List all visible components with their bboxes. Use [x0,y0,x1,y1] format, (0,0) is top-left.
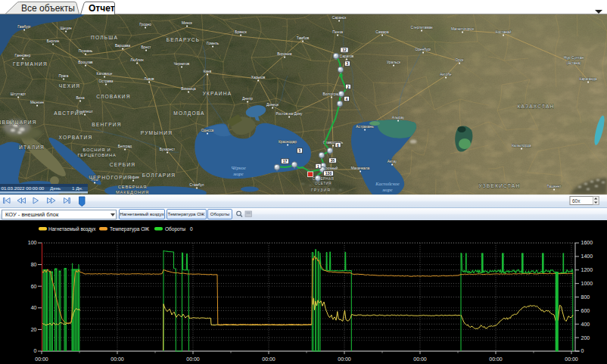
svg-text:Обороты: Обороты [165,226,185,232]
svg-text:Температура ОЖ: Температура ОЖ [110,226,149,232]
svg-text:День: День [50,185,61,191]
svg-text:Самара: Самара [375,30,389,34]
svg-text:БОСНИЯ И: БОСНИЯ И [82,148,111,152]
svg-text:Вроцлав: Вроцлав [78,61,93,64]
svg-text:ШВЕЙЦАРИЯ: ШВЕЙЦАРИЯ [0,119,37,126]
svg-text:АВСТРИЯ: АВСТРИЯ [54,110,83,116]
svg-text:3: 3 [347,61,349,66]
svg-text:РУМЫНИЯ: РУМЫНИЯ [141,130,173,135]
svg-text:Саратов: Саратов [340,54,354,58]
svg-text:Берлин: Берлин [47,39,60,43]
svg-text:4: 4 [346,97,348,101]
svg-text:1: 1 [317,164,319,169]
svg-text:Чёрное: Чёрное [231,165,246,170]
svg-text:Брянск: Брянск [235,30,247,34]
svg-text:40: 40 [31,305,37,310]
svg-text:1200: 1200 [581,267,593,272]
svg-text:ГРУЗИЯ: ГРУЗИЯ [311,188,331,192]
svg-text:Ташкент: Ташкент [547,185,562,188]
svg-text:00:00: 00:00 [413,356,427,362]
svg-text:Вена: Вена [76,96,85,100]
svg-text:Прага: Прага [58,74,68,78]
svg-text:СЕРБИЯ: СЕРБИЯ [110,162,136,167]
svg-text:ПОЛЬША: ПОЛЬША [91,35,118,40]
svg-text:ГЕРЦЕГОВИНА: ГЕРЦЕГОВИНА [77,153,116,157]
svg-text:00:00: 00:00 [262,356,275,362]
svg-text:6: 6 [337,143,339,148]
svg-text:Каспийское: Каспийское [375,181,400,186]
svg-text:Орск: Орск [456,58,465,62]
svg-text:Острава: Острава [99,79,114,83]
svg-text:Ростов-на-Дону: Ростов-на-Дону [276,112,304,116]
svg-text:00:00: 00:00 [186,356,200,362]
svg-text:Киев: Киев [204,70,212,73]
svg-text:0: 0 [34,348,37,353]
svg-text:60: 60 [31,284,37,289]
svg-text:Познань: Познань [79,49,93,53]
svg-text:море: море [381,187,392,192]
svg-text:Кызылорда: Кызылорда [512,144,531,148]
svg-text:1400: 1400 [581,254,593,259]
svg-text:1000: 1000 [581,281,593,286]
svg-text:00:00: 00:00 [111,356,124,362]
svg-text:ЧЕРНОГОРИЯ: ЧЕРНОГОРИЯ [89,175,132,180]
svg-text:Волгоград: Волгоград [323,92,341,96]
svg-text:00:00: 00:00 [489,356,503,362]
svg-text:Стамбул: Стамбул [189,183,204,187]
svg-text:400: 400 [581,322,590,327]
svg-text:Актобе: Актобе [440,73,452,76]
svg-text:Винница: Винница [181,87,196,91]
svg-text:1600: 1600 [581,240,593,245]
svg-text:01.03.2022 00:00:00: 01.03.2022 00:00:00 [2,185,45,191]
svg-text:Катовице: Катовице [97,72,113,76]
svg-text:Мюнхен: Мюнхен [30,101,44,104]
svg-text:800: 800 [581,294,590,300]
svg-text:Бухарест: Бухарест [160,148,176,151]
svg-text:УЗБЕКИСТАН: УЗБЕКИСТАН [479,183,521,188]
svg-text:00:00: 00:00 [565,356,578,362]
svg-text:Атырау: Атырау [392,116,405,120]
svg-text:12: 12 [342,48,347,52]
svg-text:Нур-Султан: Нур-Султан [564,56,584,60]
svg-text:Уральск: Уральск [387,61,401,64]
svg-text:КАЗАХСТАН: КАЗАХСТАН [517,104,554,109]
svg-text:Ганновер: Ганновер [15,54,31,58]
svg-text:35: 35 [331,158,335,163]
svg-text:Астрахань: Астрахань [356,125,374,129]
svg-text:Воронеж: Воронеж [277,52,292,56]
svg-text:Белград: Белград [118,145,132,148]
svg-text:1 Дн.: 1 Дн. [72,185,83,191]
svg-text:Харьков: Харьков [251,76,266,79]
svg-text:Стерлитамак: Стерлитамак [410,26,433,30]
svg-text:Нагнетаемый воздух: Нагнетаемый воздух [48,226,96,232]
svg-text:СЕВЕРНАЯ: СЕВЕРНАЯ [118,185,147,189]
svg-text:Оренбург: Оренбург [415,48,431,51]
svg-text:БЕЛАРУСЬ: БЕЛАРУСЬ [167,37,201,42]
svg-text:Днепр: Днепр [242,97,253,101]
svg-text:СЛОВАКИЯ: СЛОВАКИЯ [96,94,131,99]
svg-text:0: 0 [190,226,193,232]
svg-text:Магнитогорск: Магнитогорск [451,27,475,31]
svg-text:60x: 60x [572,198,581,204]
svg-text:море: море [232,171,243,176]
svg-text:Донецк: Донецк [266,103,279,107]
svg-text:ЧЕХИЯ: ЧЕХИЯ [59,83,81,89]
svg-text:Отчет: Отчет [89,3,115,14]
svg-text:Гамбург: Гамбург [17,25,31,29]
svg-text:0: 0 [581,348,584,353]
svg-text:Костанай: Костанай [496,30,512,34]
svg-text:200: 200 [581,335,590,341]
svg-text:Люблин: Люблин [130,58,144,62]
svg-text:2: 2 [347,85,350,89]
svg-text:130: 130 [325,171,332,176]
svg-text:Саранск: Саранск [332,16,347,20]
svg-text:МОЛДОВА: МОЛДОВА [173,110,204,117]
svg-text:00:00: 00:00 [338,356,351,362]
svg-text:Караганда: Караганда [579,77,597,81]
svg-text:ВЕНГРИЯ: ВЕНГРИЯ [92,122,121,127]
svg-text:Гомель: Гомель [207,42,219,45]
svg-text:УКРАИНА: УКРАИНА [203,91,232,96]
svg-text:БОЛГАРИЯ: БОЛГАРИЯ [142,173,176,178]
svg-text:20: 20 [31,327,37,332]
svg-text:ХОРВАТИЯ: ХОРВАТИЯ [59,135,93,140]
